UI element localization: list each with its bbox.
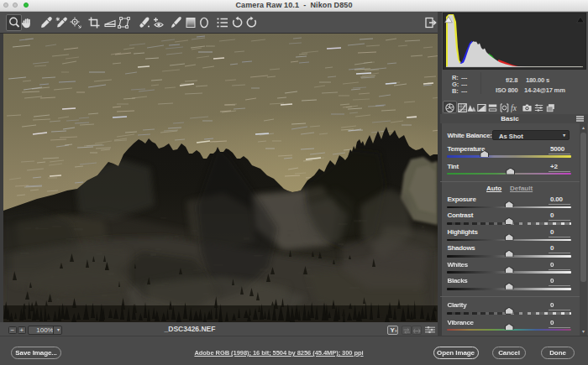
svg-text:fx: fx <box>511 103 517 112</box>
